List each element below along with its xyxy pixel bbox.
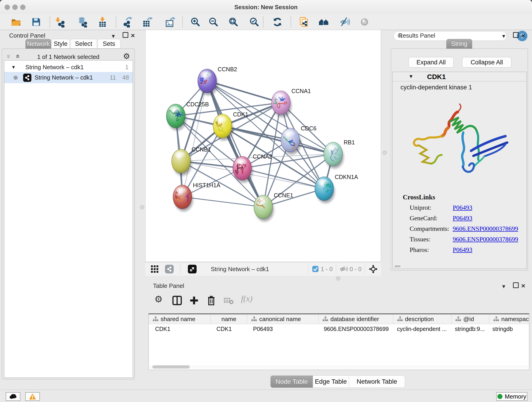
export-image-button[interactable] [163, 16, 176, 28]
results-scrollbar-thumb[interactable] [394, 265, 400, 267]
open-session-button[interactable] [10, 16, 22, 28]
network-node-CDK1[interactable]: CDK1 [210, 111, 248, 140]
network-node-CCNB2[interactable]: CCNB2 [196, 66, 237, 95]
table-options-gear-icon[interactable]: ⚙ [154, 294, 163, 304]
network-options-gear-icon[interactable]: ⚙ [123, 51, 130, 61]
column-type-icon [494, 317, 499, 322]
export-image-icon [164, 17, 175, 27]
tab-style[interactable]: Style [51, 39, 70, 49]
tissues-link[interactable]: 9606.ENSP00000378699 [453, 236, 518, 243]
network-view-canvas[interactable]: CCNB2CCNA1CDC25BCDK1CDC6RB1CCNB1CCNA2CDK… [145, 30, 381, 262]
clone-network-button[interactable] [298, 16, 311, 28]
node-section-header[interactable]: ▼ CDK1 [393, 72, 526, 81]
grid-view-icon[interactable] [151, 265, 158, 273]
network-node-HIST1H1A[interactable]: HIST1H1A [171, 182, 220, 211]
horizontal-splitter[interactable] [136, 275, 532, 281]
node-label-CDC25B: CDC25B [186, 101, 209, 108]
column-header-database-identifier[interactable]: database identifier [318, 314, 393, 324]
control-panel-title: Control Panel [9, 32, 45, 39]
toolbar-separator [263, 17, 264, 27]
panel-collapse-icon[interactable]: ▾ [502, 33, 505, 39]
import-network-database-button[interactable] [76, 16, 89, 28]
zoom-selected-button[interactable] [248, 16, 261, 28]
column-header-namespace[interactable]: namespace [489, 314, 529, 324]
import-network-file-button[interactable] [54, 16, 67, 28]
horizontal-splitter-handle[interactable] [336, 276, 340, 281]
uniprot-link[interactable]: P06493 [453, 204, 472, 211]
network-row[interactable]: String Network – cdk1 11 48 [4, 72, 133, 83]
column-header-id[interactable]: @id [451, 314, 489, 324]
column-type-icon [397, 317, 403, 322]
panel-collapse-icon[interactable]: ▾ [112, 33, 115, 39]
birds-eye-view-icon[interactable] [368, 264, 378, 274]
tab-edge-table[interactable]: Edge Table [313, 375, 349, 388]
import-table-file-button[interactable] [96, 16, 109, 28]
column-type-icon [456, 317, 461, 322]
table-hscrollbar-thumb[interactable] [152, 365, 190, 369]
export-table-icon [142, 17, 153, 27]
export-table-button[interactable] [141, 16, 154, 28]
panel-close-icon[interactable]: × [521, 32, 525, 39]
column-header-shared-name[interactable]: shared name [149, 314, 210, 324]
show-columns-icon[interactable] [172, 296, 182, 305]
column-header-description[interactable]: description [393, 314, 451, 324]
network-collection-row[interactable]: ▼ String Network – cdk1 1 [4, 62, 133, 72]
left-splitter-handle[interactable] [140, 205, 144, 209]
open-in-new-window-icon[interactable] [188, 265, 196, 274]
show-all-button[interactable] [317, 16, 330, 28]
panel-float-icon[interactable] [513, 32, 519, 38]
tab-string[interactable]: String [446, 39, 472, 49]
show-eye-button[interactable] [358, 16, 371, 28]
warning-status-button[interactable] [25, 392, 40, 401]
panel-collapse-icon[interactable]: ▾ [502, 283, 505, 289]
panel-float-icon[interactable] [123, 32, 128, 38]
cloud-icon [9, 394, 17, 399]
tree-expand-icon[interactable]: ▼ [11, 65, 16, 70]
node-label-CCNB1: CCNB1 [191, 146, 211, 153]
zoom-out-button[interactable] [207, 16, 220, 28]
tab-network[interactable]: Network [25, 39, 51, 49]
zoom-out-icon [208, 17, 219, 27]
right-splitter-handle[interactable] [383, 151, 387, 155]
panel-float-icon[interactable] [513, 282, 519, 288]
apply-layout-button[interactable] [271, 16, 284, 28]
node-label-CCNA1: CCNA1 [291, 88, 311, 94]
tab-network-table[interactable]: Network Table [349, 375, 405, 388]
import-table-icon [97, 17, 108, 27]
hidden-eye-icon[interactable] [340, 266, 348, 272]
zoom-fit-button[interactable] [227, 16, 240, 28]
network-node-CDKN1A[interactable]: CDKN1A [315, 174, 358, 203]
panel-close-icon[interactable]: × [131, 32, 135, 39]
tab-sets[interactable]: Sets [97, 39, 120, 49]
crosslink-row: GeneCard:P06493 [410, 215, 524, 225]
cloud-status-button[interactable] [6, 392, 20, 401]
compartments-link[interactable]: 9606.ENSP00000378699 [453, 225, 518, 232]
delete-column-icon[interactable] [207, 295, 216, 306]
string-network-graph[interactable]: CCNB2CCNA1CDC25BCDK1CDC6RB1CCNB1CCNA2CDK… [146, 30, 381, 262]
string-view-icon[interactable] [165, 265, 174, 274]
hide-selected-button[interactable] [338, 16, 351, 28]
memory-button[interactable]: Memory [496, 392, 527, 401]
tab-node-table[interactable]: Node Table [270, 375, 313, 388]
network-node-CCNA1[interactable]: CCNA1 [269, 88, 311, 117]
network-node-CCNE1[interactable]: CCNE1 [253, 192, 293, 221]
section-collapse-icon[interactable]: ▼ [409, 74, 413, 79]
selected-checkbox-icon[interactable] [312, 266, 318, 272]
column-type-icon [251, 317, 257, 322]
tab-select[interactable]: Select [70, 39, 97, 49]
table-row[interactable]: CDK1 CDK1 P06493 9606.ENSP00000378699 cy… [149, 324, 529, 334]
column-header-name[interactable]: name [210, 314, 247, 324]
export-network-button[interactable] [121, 16, 134, 28]
collapse-all-button[interactable]: Collapse All [462, 57, 511, 68]
table-hscrollbar[interactable] [149, 365, 528, 369]
zoom-in-button[interactable] [189, 16, 202, 28]
save-session-button[interactable] [30, 16, 43, 28]
create-column-icon[interactable] [189, 296, 199, 305]
network-node-RB1[interactable]: RB1 [324, 139, 355, 168]
panel-close-icon[interactable]: × [521, 282, 525, 289]
pharos-link[interactable]: P06493 [453, 246, 472, 253]
column-header-canonical-name[interactable]: canonical name [247, 314, 318, 324]
expand-all-button[interactable]: Expand All [409, 57, 454, 68]
crosslink-row: Compartments:9606.ENSP00000378699 [410, 225, 524, 236]
genecard-link[interactable]: P06493 [453, 215, 472, 222]
